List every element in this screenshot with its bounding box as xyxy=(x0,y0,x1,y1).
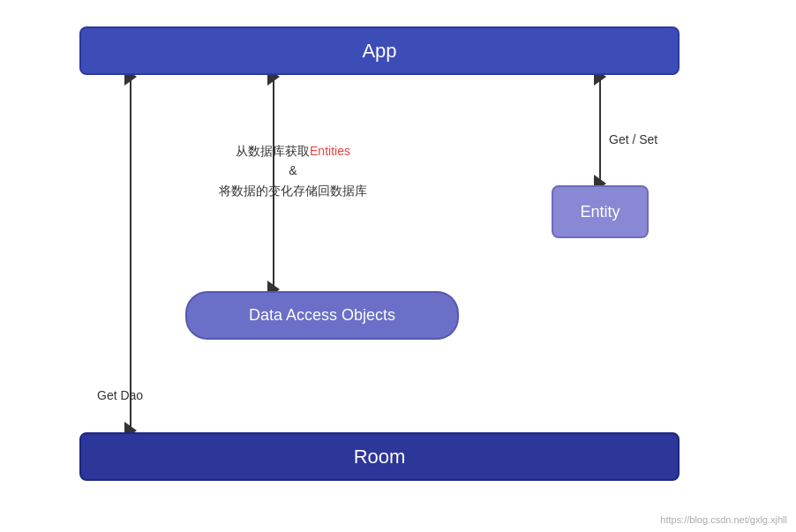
watermark: https://blog.csdn.net/gxlg.xjhll xyxy=(660,514,787,525)
annotation-ampersand: & xyxy=(219,161,367,180)
entity-label: Entity xyxy=(580,203,620,221)
annotation-line3: 将数据的变化存储回数据库 xyxy=(219,184,367,198)
app-label: App xyxy=(362,40,396,63)
diagram-container: App Room Data Access Objects Entity 从数据库… xyxy=(0,0,796,532)
app-box: App xyxy=(79,26,680,75)
get-dao-label: Get Dao xyxy=(97,388,143,402)
entity-box: Entity xyxy=(552,185,649,238)
annotation-line1-zh: 从数据库获取Entities xyxy=(236,144,350,158)
get-set-label: Get / Set xyxy=(609,132,657,146)
annotation-text: 从数据库获取Entities & 将数据的变化存储回数据库 xyxy=(219,141,367,200)
room-label: Room xyxy=(354,446,406,468)
room-box: Room xyxy=(79,432,680,481)
dao-label: Data Access Objects xyxy=(249,306,395,325)
dao-box: Data Access Objects xyxy=(185,291,459,340)
annotation-entities: Entities xyxy=(310,144,350,158)
